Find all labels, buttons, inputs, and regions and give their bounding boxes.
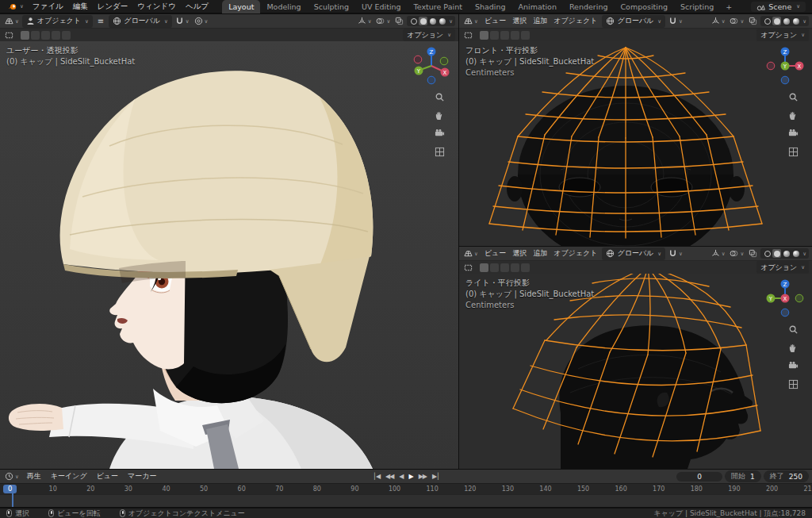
select-mode-intersect[interactable]	[521, 31, 530, 40]
ruler-tick-5[interactable]: 50	[197, 484, 236, 494]
editor-type-button[interactable]: ∨	[462, 248, 480, 259]
shading-wireframe-button[interactable]	[763, 249, 772, 258]
select-mode-extend[interactable]	[490, 263, 499, 272]
active-tool-button[interactable]	[462, 30, 474, 40]
transport-button-5[interactable]: ▶│	[430, 472, 442, 481]
pan-hand-icon[interactable]	[788, 343, 799, 353]
viewport-menu-0[interactable]: ビュー	[481, 15, 509, 27]
ruler-tick-21[interactable]: 210	[801, 484, 812, 494]
ruler-tick-2[interactable]: 20	[84, 484, 122, 494]
frame-end-field[interactable]: 終了 250	[764, 470, 809, 482]
collapsed-menus-button[interactable]: ≡	[94, 17, 107, 25]
select-mode-subtract[interactable]	[500, 31, 509, 40]
overlays-toggle[interactable]: ∨	[374, 16, 392, 26]
scene-selector[interactable]: Scene ∨	[751, 2, 806, 12]
select-mode-new[interactable]	[480, 31, 488, 40]
ruler-tick-7[interactable]: 70	[273, 484, 311, 494]
workspace-tab-4[interactable]: Texture Paint	[408, 0, 469, 13]
ruler-tick-13[interactable]: 130	[500, 484, 538, 494]
viewport-menu-3[interactable]: オブジェクト	[550, 15, 600, 27]
playhead-line[interactable]	[12, 493, 13, 507]
options-dropdown[interactable]: オプション ∨	[756, 29, 809, 41]
select-mode-subtract[interactable]	[41, 31, 50, 40]
viewport-menu-0[interactable]: ビュー	[481, 247, 509, 259]
mode-dropdown[interactable]: オブジェクト ∨	[22, 15, 93, 28]
ruler-tick-17[interactable]: 170	[650, 484, 688, 494]
gizmos-toggle[interactable]: ∨	[710, 16, 727, 26]
shading-wireframe-button[interactable]	[763, 17, 772, 25]
zoom-icon[interactable]	[788, 324, 799, 335]
frame-start-field[interactable]: 開始 1	[725, 470, 761, 482]
shading-material-button[interactable]	[782, 249, 791, 258]
ruler-tick-20[interactable]: 200	[764, 484, 802, 494]
select-mode-difference[interactable]	[511, 31, 519, 40]
xray-toggle[interactable]	[393, 16, 405, 26]
shading-rendered-button[interactable]	[438, 17, 446, 25]
ruler-tick-6[interactable]: 60	[236, 484, 274, 494]
viewport-menu-3[interactable]: オブジェクト	[550, 247, 600, 259]
workspace-tab-7[interactable]: Rendering	[563, 0, 615, 13]
select-mode-extend[interactable]	[490, 31, 499, 40]
ruler-tick-8[interactable]: 80	[311, 484, 349, 494]
camera-view-icon[interactable]	[788, 129, 799, 139]
shading-rendered-button[interactable]	[791, 17, 800, 25]
overlays-toggle[interactable]: ∨	[728, 16, 745, 26]
viewport-menu-1[interactable]: 選択	[509, 247, 530, 259]
timeline-menu-2[interactable]: ビュー	[92, 470, 123, 482]
topbar-menu-1[interactable]: 編集	[68, 1, 93, 13]
workspace-tab-5[interactable]: Shading	[469, 0, 512, 13]
gizmos-toggle[interactable]: ∨	[356, 16, 373, 26]
viewport-side-canvas[interactable]: ライト・平行投影 (0) キャップ | SideSlit_BucketHat C…	[459, 274, 812, 469]
topbar-menu-4[interactable]: ヘルプ	[181, 1, 213, 13]
camera-view-icon[interactable]	[788, 361, 799, 371]
select-mode-subtract[interactable]	[500, 263, 509, 272]
timeline-menu-3[interactable]: マーカー	[123, 470, 161, 482]
ruler-tick-16[interactable]: 160	[613, 484, 651, 494]
ruler-tick-19[interactable]: 190	[726, 484, 764, 494]
transport-button-2[interactable]: ◀	[396, 472, 405, 481]
shading-wireframe-button[interactable]	[409, 17, 418, 25]
shading-dropdown[interactable]: ∨	[802, 18, 806, 25]
camera-view-icon[interactable]	[435, 129, 445, 139]
shading-material-button[interactable]	[428, 17, 437, 25]
navigation-gizmo[interactable]: Z X Y	[764, 278, 806, 320]
workspace-tab-1[interactable]: Modeling	[260, 0, 307, 13]
ruler-tick-15[interactable]: 150	[575, 484, 613, 494]
shading-solid-button[interactable]	[419, 17, 427, 25]
workspace-tab-2[interactable]: Sculpting	[308, 0, 355, 13]
viewport-menu-1[interactable]: 選択	[509, 15, 530, 27]
viewport-menu-2[interactable]: 追加	[530, 15, 550, 27]
proportional-editing-toggle[interactable]: ∨	[193, 16, 210, 26]
ruler-tick-18[interactable]: 180	[688, 484, 726, 494]
shading-material-button[interactable]	[782, 17, 791, 25]
viewport-front-canvas[interactable]: フロント・平行投影 (0) キャップ | SideSlit_BucketHat …	[459, 41, 812, 246]
shading-dropdown[interactable]: ∨	[802, 251, 806, 257]
pan-hand-icon[interactable]	[788, 110, 799, 121]
select-mode-difference[interactable]	[52, 31, 60, 40]
timeline-menu-1[interactable]: キーイング	[46, 470, 92, 482]
ruler-tick-10[interactable]: 100	[386, 484, 424, 494]
select-mode-new[interactable]	[480, 263, 488, 272]
transport-button-4[interactable]: ▶▶	[416, 472, 429, 481]
select-mode-new[interactable]	[21, 31, 29, 40]
editor-type-button[interactable]: ∨	[3, 16, 21, 26]
overlays-toggle[interactable]: ∨	[728, 248, 745, 259]
workspace-tab-3[interactable]: UV Editing	[355, 0, 408, 13]
timeline-menu-0[interactable]: 再生	[22, 470, 46, 482]
active-tool-button[interactable]	[3, 30, 15, 40]
current-frame-field[interactable]: 0	[676, 472, 722, 482]
ruler-tick-14[interactable]: 140	[537, 484, 575, 494]
shading-rendered-button[interactable]	[791, 249, 800, 258]
navigation-gizmo[interactable]: Z X Y	[764, 45, 806, 88]
snap-toggle[interactable]: ∨	[667, 16, 684, 26]
shading-dropdown[interactable]: ∨	[449, 18, 453, 25]
options-dropdown[interactable]: オプション ∨	[756, 261, 809, 274]
ruler-tick-4[interactable]: 40	[159, 484, 197, 494]
workspace-tab-6[interactable]: Animation	[511, 0, 562, 13]
grid-ortho-icon[interactable]	[788, 379, 799, 389]
workspace-tab-0[interactable]: Layout	[222, 0, 260, 13]
current-frame-indicator[interactable]: 0	[3, 485, 17, 493]
viewport-menu-2[interactable]: 追加	[530, 247, 550, 259]
orientation-dropdown[interactable]: グローバル ∨	[109, 15, 172, 28]
shading-solid-button[interactable]	[772, 249, 781, 258]
